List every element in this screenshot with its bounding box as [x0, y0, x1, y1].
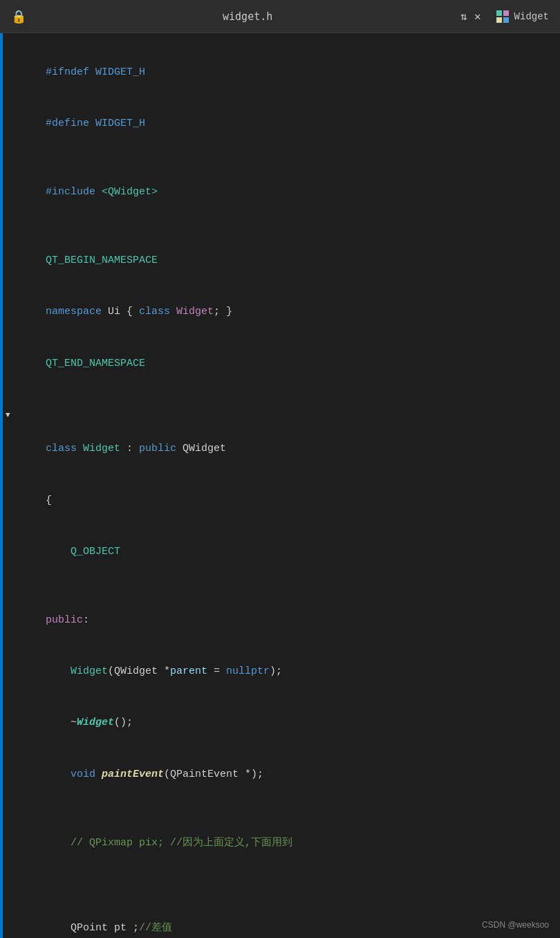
title-bar: 🔒 widget.h ⇅ ✕ Widget	[0, 0, 560, 33]
watermark: CSDN @weeksoo	[482, 920, 549, 930]
code-line-21	[21, 886, 546, 903]
code-line-18	[21, 800, 546, 818]
svg-rect-0	[496, 10, 502, 16]
code-line-9	[21, 389, 546, 407]
widget-label-area: Widget	[495, 9, 549, 24]
arrows-icon[interactable]: ⇅	[460, 10, 467, 24]
code-line-7: namespace Ui { class Widget; }	[21, 287, 546, 338]
svg-rect-1	[503, 10, 509, 16]
code-line-5	[21, 219, 546, 236]
code-line-6: QT_BEGIN_NAMESPACE	[21, 235, 546, 286]
code-line-12: Q_OBJECT	[21, 526, 546, 578]
code-line-20	[21, 869, 546, 886]
code-line-3	[21, 150, 546, 167]
code-line-1: #ifndef WIDGET_H	[21, 47, 546, 98]
code-line-17: void paintEvent(QPaintEvent *);	[21, 749, 546, 800]
svg-rect-2	[496, 17, 502, 23]
widget-title: Widget	[514, 11, 549, 22]
svg-rect-3	[503, 17, 509, 23]
code-line-11: {	[21, 475, 546, 526]
code-line-13	[21, 578, 546, 595]
code-line-22: QPoint pt ;//差值	[21, 903, 546, 939]
close-icon[interactable]: ✕	[474, 10, 481, 24]
code-line-16: ~Widget();	[21, 698, 546, 749]
code-line-14: public:	[21, 595, 546, 646]
code-line-19: // QPixmap pix; //因为上面定义,下面用到	[21, 818, 546, 869]
code-line-8: QT_END_NAMESPACE	[21, 338, 546, 389]
lock-icon: 🔒	[11, 9, 26, 24]
code-line-10: ▼ class Widget : public QWidget	[21, 407, 546, 475]
filename: widget.h	[35, 10, 460, 23]
widget-logo-icon	[495, 9, 510, 24]
code-line-15: Widget(QWidget *parent = nullptr);	[21, 646, 546, 697]
title-controls[interactable]: ⇅ ✕ Widget	[460, 9, 549, 24]
code-area: #ifndef WIDGET_H #define WIDGET_H #inclu…	[0, 33, 560, 938]
code-line-2: #define WIDGET_H	[21, 98, 546, 149]
code-line-4: #include <QWidget>	[21, 167, 546, 218]
